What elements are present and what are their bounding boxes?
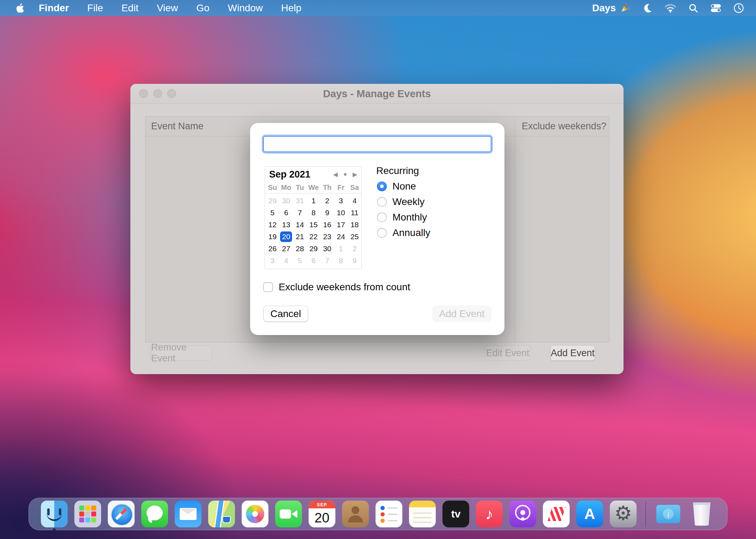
days-menu-extra[interactable]: Days bbox=[592, 2, 631, 14]
dock-item-podcasts[interactable] bbox=[509, 501, 536, 527]
prev-month-icon[interactable]: ◀ bbox=[333, 171, 338, 178]
dock-item-calendar[interactable]: SEP20 bbox=[309, 501, 335, 527]
calendar-day[interactable]: 26 bbox=[266, 243, 279, 255]
clock-icon[interactable] bbox=[733, 3, 744, 13]
calendar-day[interactable]: 17 bbox=[334, 219, 348, 231]
calendar-day[interactable]: 14 bbox=[293, 219, 307, 231]
dock-item-launchpad[interactable] bbox=[74, 501, 101, 527]
dock-item-facetime[interactable] bbox=[275, 501, 302, 527]
wifi-icon[interactable] bbox=[664, 4, 676, 13]
calendar-day[interactable]: 18 bbox=[348, 219, 361, 231]
weekday-label: Sa bbox=[348, 182, 361, 193]
calendar-day-selected[interactable]: 20 bbox=[279, 231, 293, 243]
dock-item-messages[interactable] bbox=[141, 501, 168, 527]
calendar-day[interactable]: 25 bbox=[348, 231, 361, 243]
calendar-day[interactable]: 11 bbox=[348, 207, 361, 219]
calendar-day[interactable]: 10 bbox=[334, 207, 348, 219]
calendar-day[interactable]: 30 bbox=[279, 195, 293, 207]
calendar-day[interactable]: 1 bbox=[334, 243, 348, 255]
dock-item-music[interactable] bbox=[476, 501, 503, 527]
menu-item-go[interactable]: Go bbox=[187, 0, 218, 16]
calendar-day[interactable]: 3 bbox=[334, 195, 348, 207]
edit-event-button[interactable]: Edit Event bbox=[485, 345, 531, 361]
today-icon[interactable]: ● bbox=[343, 171, 347, 178]
radio-button[interactable] bbox=[377, 212, 387, 222]
calendar-day[interactable]: 23 bbox=[320, 231, 334, 243]
calendar-day[interactable]: 24 bbox=[334, 231, 348, 243]
radio-button[interactable] bbox=[377, 197, 387, 207]
dock-item-appstore[interactable] bbox=[576, 501, 603, 527]
menu-item-edit[interactable]: Edit bbox=[112, 0, 148, 16]
calendar-day[interactable]: 4 bbox=[348, 195, 361, 207]
menu-item-view[interactable]: View bbox=[148, 0, 187, 16]
recurring-option-weekly[interactable]: Weekly bbox=[377, 197, 430, 207]
add-event-button[interactable]: Add Event bbox=[550, 345, 595, 361]
calendar-day[interactable]: 12 bbox=[266, 219, 279, 231]
next-month-icon[interactable]: ▶ bbox=[353, 171, 357, 178]
calendar-day[interactable]: 1 bbox=[307, 195, 321, 207]
radio-button[interactable] bbox=[377, 181, 387, 191]
calendar-day[interactable]: 2 bbox=[348, 243, 361, 255]
dock-item-reminders[interactable] bbox=[376, 501, 402, 527]
dock-item-notes[interactable] bbox=[409, 501, 436, 527]
calendar-day[interactable]: 6 bbox=[307, 255, 321, 267]
calendar-day[interactable]: 8 bbox=[334, 255, 348, 267]
recurring-option-monthly[interactable]: Monthly bbox=[377, 212, 430, 222]
column-header-exclude-weekends[interactable]: Exclude weekends? bbox=[514, 121, 609, 132]
calendar-day[interactable]: 22 bbox=[307, 231, 321, 243]
dock-item-maps[interactable] bbox=[208, 501, 235, 527]
calendar-day[interactable]: 30 bbox=[320, 243, 334, 255]
downloads-icon bbox=[656, 505, 680, 523]
calendar-day[interactable]: 29 bbox=[266, 195, 279, 207]
recurring-option-annually[interactable]: Annually bbox=[377, 228, 430, 238]
apple-logo-icon[interactable] bbox=[10, 3, 30, 13]
menu-item-help[interactable]: Help bbox=[272, 0, 311, 16]
exclude-weekends-checkbox[interactable] bbox=[263, 282, 273, 292]
dock-item-trash[interactable] bbox=[688, 501, 715, 527]
search-icon[interactable] bbox=[688, 3, 698, 13]
calendar-day[interactable]: 27 bbox=[279, 243, 293, 255]
dialog-add-event-button[interactable]: Add Event bbox=[433, 306, 491, 322]
calendar-day[interactable]: 13 bbox=[279, 219, 293, 231]
dock-item-settings[interactable] bbox=[610, 501, 637, 527]
calendar-day[interactable]: 28 bbox=[293, 243, 307, 255]
calendar-day[interactable]: 31 bbox=[293, 195, 307, 207]
dock-item-photos[interactable] bbox=[242, 501, 268, 527]
dock-item-safari[interactable] bbox=[108, 501, 135, 527]
calendar-day[interactable]: 19 bbox=[266, 231, 279, 243]
calendar-day[interactable]: 9 bbox=[320, 207, 334, 219]
dock-item-downloads[interactable] bbox=[655, 501, 682, 527]
dock-item-tv[interactable] bbox=[442, 501, 469, 527]
cancel-button[interactable]: Cancel bbox=[264, 306, 308, 322]
calendar-day[interactable]: 2 bbox=[320, 195, 334, 207]
menu-item-finder[interactable]: Finder bbox=[30, 0, 78, 16]
dock-item-mail[interactable] bbox=[175, 501, 202, 527]
calendar-day[interactable]: 5 bbox=[266, 207, 279, 219]
calendar-day[interactable]: 7 bbox=[293, 207, 307, 219]
event-name-input[interactable] bbox=[263, 136, 491, 152]
calendar-day[interactable]: 9 bbox=[348, 255, 361, 267]
menu-item-window[interactable]: Window bbox=[218, 0, 272, 16]
dock-item-news[interactable] bbox=[543, 501, 570, 527]
calendar-day[interactable]: 3 bbox=[266, 255, 279, 267]
calendar-day[interactable]: 21 bbox=[293, 231, 307, 243]
calendar-day[interactable]: 16 bbox=[320, 219, 334, 231]
calendar-day[interactable]: 5 bbox=[293, 255, 307, 267]
dock-item-contacts[interactable] bbox=[342, 501, 369, 527]
radio-label: Monthly bbox=[392, 212, 427, 223]
menu-item-file[interactable]: File bbox=[78, 0, 112, 16]
dock-item-finder[interactable] bbox=[41, 501, 68, 527]
radio-button[interactable] bbox=[377, 228, 387, 238]
calendar-day[interactable]: 29 bbox=[307, 243, 321, 255]
remove-event-button[interactable]: Remove Event bbox=[151, 345, 212, 361]
window-titlebar[interactable]: Days - Manage Events bbox=[130, 84, 624, 104]
facetime-icon bbox=[275, 501, 302, 527]
calendar-day[interactable]: 4 bbox=[279, 255, 293, 267]
calendar-day[interactable]: 7 bbox=[320, 255, 334, 267]
calendar-day[interactable]: 8 bbox=[307, 207, 321, 219]
calendar-day[interactable]: 6 bbox=[279, 207, 293, 219]
moon-icon[interactable] bbox=[643, 3, 652, 13]
calendar-day[interactable]: 15 bbox=[307, 219, 321, 231]
control-center-icon[interactable] bbox=[710, 4, 721, 13]
recurring-option-none[interactable]: None bbox=[377, 181, 430, 191]
